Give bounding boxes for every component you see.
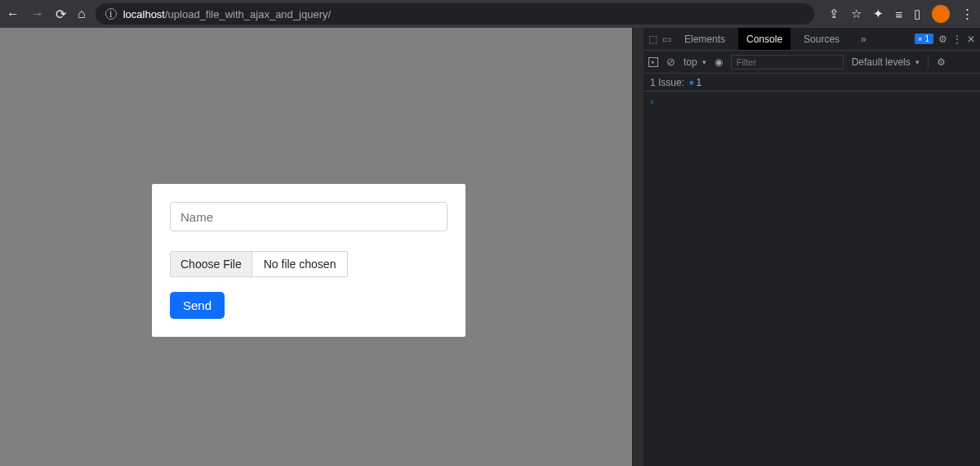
- name-input[interactable]: [170, 202, 448, 231]
- file-row: Choose File No file chosen: [170, 251, 448, 277]
- devtools-tabs: ⬚ ▭ Elements Console Sources » 1 ⚙ ⋮ ✕: [644, 28, 980, 51]
- url-host: localhost: [123, 8, 165, 20]
- toolbar-right: ⇪ ☆ ✦ ≡ ▯ ⋮: [829, 5, 973, 23]
- console-toolbar: ▸ ⊘ top ◉ Default levels ⚙: [644, 51, 980, 74]
- console-filter-input[interactable]: [731, 55, 844, 69]
- reading-list-icon[interactable]: ≡: [895, 7, 902, 21]
- inspect-icon[interactable]: ⬚: [648, 34, 657, 45]
- devtools-settings-icon[interactable]: ⚙: [938, 34, 947, 45]
- devtools-close-icon[interactable]: ✕: [967, 34, 975, 45]
- live-expression-icon[interactable]: ◉: [715, 56, 723, 68]
- issues-bar[interactable]: 1 Issue: 1: [644, 74, 980, 92]
- nav-controls: ← → ⟳ ⌂: [7, 7, 86, 22]
- menu-icon[interactable]: ⋮: [961, 7, 973, 21]
- file-status-text: No file chosen: [252, 258, 348, 271]
- bookmark-icon[interactable]: ☆: [851, 7, 862, 21]
- log-levels-selector[interactable]: Default levels: [852, 56, 920, 68]
- send-button[interactable]: Send: [170, 292, 225, 319]
- context-selector[interactable]: top: [684, 56, 706, 68]
- panel-icon[interactable]: ▯: [914, 7, 920, 21]
- console-prompt-icon: ›: [650, 95, 653, 107]
- tab-elements[interactable]: Elements: [676, 28, 733, 50]
- divider: [928, 56, 929, 69]
- upload-form: Choose File No file chosen Send: [152, 184, 466, 337]
- extensions-icon[interactable]: ✦: [873, 7, 884, 21]
- devtools-panel: ⬚ ▭ Elements Console Sources » 1 ⚙ ⋮ ✕ ▸…: [644, 28, 980, 466]
- share-icon[interactable]: ⇪: [829, 7, 840, 21]
- file-input-wrap: Choose File No file chosen: [170, 251, 348, 277]
- clear-console-icon[interactable]: ⊘: [666, 56, 675, 68]
- device-toggle-icon[interactable]: ▭: [662, 34, 671, 45]
- browser-toolbar: ← → ⟳ ⌂ i localhost/upload_file_with_aja…: [0, 0, 980, 28]
- choose-file-button[interactable]: Choose File: [171, 252, 252, 276]
- console-settings-icon[interactable]: ⚙: [937, 56, 946, 68]
- page-scrollbar[interactable]: [632, 28, 644, 466]
- tab-sources[interactable]: Sources: [795, 28, 848, 50]
- console-sidebar-toggle-icon[interactable]: ▸: [648, 57, 658, 67]
- site-info-icon[interactable]: i: [105, 8, 117, 20]
- issues-label: 1 Issue:: [650, 77, 684, 88]
- address-bar[interactable]: i localhost/upload_file_with_ajax_and_jq…: [96, 3, 815, 25]
- tab-console[interactable]: Console: [738, 28, 791, 50]
- issues-badge[interactable]: 1: [915, 34, 933, 44]
- profile-avatar[interactable]: [932, 5, 950, 23]
- reload-icon[interactable]: ⟳: [56, 7, 66, 22]
- page-viewport: Choose File No file chosen Send: [0, 28, 632, 466]
- console-body[interactable]: ›: [644, 92, 980, 466]
- devtools-menu-icon[interactable]: ⋮: [952, 34, 962, 45]
- back-icon[interactable]: ←: [7, 7, 20, 21]
- url-path: /upload_file_with_ajax_and_jquery/: [165, 8, 331, 20]
- forward-icon[interactable]: →: [31, 7, 44, 21]
- url-text: localhost/upload_file_with_ajax_and_jque…: [123, 8, 331, 20]
- content-row: Choose File No file chosen Send ⬚ ▭ Elem…: [0, 28, 980, 466]
- home-icon[interactable]: ⌂: [78, 7, 86, 21]
- tabs-overflow[interactable]: »: [853, 28, 875, 50]
- issues-chip[interactable]: 1: [689, 77, 702, 88]
